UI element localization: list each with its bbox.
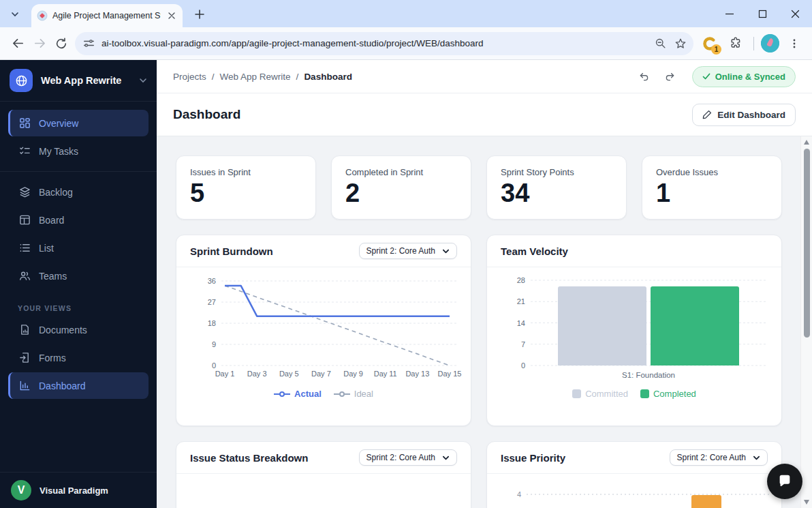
sidebar: Web App Rewrite Overview My Tasks <box>0 60 157 508</box>
sidebar-item-my-tasks[interactable]: My Tasks <box>8 138 149 164</box>
vertical-scrollbar[interactable] <box>800 136 812 508</box>
chevron-down-icon <box>442 454 450 462</box>
status-badge[interactable]: Online & Synced <box>692 66 796 87</box>
y-tick-label: 21 <box>517 297 525 305</box>
reload-icon[interactable] <box>50 33 72 55</box>
undo-icon[interactable] <box>635 67 654 86</box>
legend-label: Completed <box>653 389 696 399</box>
sprint-select[interactable]: Sprint 2: Core Auth <box>670 449 768 466</box>
sidebar-item-dashboard[interactable]: Dashboard <box>8 372 149 399</box>
ideal-line <box>225 286 450 365</box>
sidebar-item-teams[interactable]: Teams <box>8 263 149 289</box>
sprint-select[interactable]: Sprint 2: Core Auth <box>359 449 457 466</box>
dashboard-content: Issues in Sprint 5 Completed in Sprint 2… <box>157 136 812 508</box>
sprint-select[interactable]: Sprint 2: Core Auth <box>359 243 457 259</box>
address-bar[interactable]: ai-toolbox.visual-paradigm.com/app/agile… <box>75 32 693 55</box>
brand-name: Visual Paradigm <box>40 485 108 496</box>
breadcrumb-projects[interactable]: Projects <box>173 72 206 82</box>
kpi-value: 1 <box>656 180 768 206</box>
y-tick-label: 0 <box>521 361 525 370</box>
legend-label: Committed <box>585 389 628 399</box>
sidebar-item-label: Dashboard <box>39 380 86 391</box>
tasks-icon <box>18 145 31 158</box>
y-tick-label: 36 <box>208 277 216 285</box>
legend-swatch <box>572 389 581 398</box>
legend-item[interactable]: Ideal <box>334 389 373 399</box>
pencil-icon <box>702 110 712 119</box>
scrollbar-up-arrow[interactable] <box>804 140 809 145</box>
tab-title: Agile Project Management Stud <box>52 11 161 20</box>
check-icon <box>702 72 710 80</box>
zoom-out-icon[interactable] <box>650 33 670 54</box>
priority-bar <box>691 495 721 508</box>
redo-icon[interactable] <box>661 67 680 86</box>
grid-icon <box>18 117 31 130</box>
forward-icon[interactable] <box>29 33 50 55</box>
sidebar-divider <box>0 171 157 172</box>
y-tick-label: 7 <box>521 340 525 348</box>
edit-dashboard-button[interactable]: Edit Dashboard <box>692 104 796 126</box>
sidebar-item-label: Overview <box>39 118 78 129</box>
card-title: Issue Priority <box>501 452 565 464</box>
main-area: Projects / Web App Rewrite / Dashboard O… <box>157 60 812 508</box>
close-button[interactable] <box>789 8 801 20</box>
sidebar-item-forms[interactable]: Forms <box>8 344 149 371</box>
burndown-legend: ActualIdeal <box>181 389 467 399</box>
chat-fab-button[interactable] <box>767 464 802 499</box>
browser-menu-kebab-icon[interactable] <box>783 33 805 55</box>
x-tick-label: Day 11 <box>374 370 397 378</box>
scrollbar-down-arrow[interactable] <box>804 500 809 505</box>
sidebar-item-label: Board <box>39 215 64 226</box>
breadcrumb-project[interactable]: Web App Rewrite <box>220 72 291 82</box>
scrollbar-thumb[interactable] <box>804 149 810 338</box>
committed-bar <box>558 286 646 365</box>
kpi-label: Issues in Sprint <box>190 167 302 177</box>
visual-paradigm-logo: V <box>11 480 31 500</box>
profile-avatar[interactable] <box>761 34 779 53</box>
x-category-label: S1: Foundation <box>622 371 675 379</box>
breadcrumb-current: Dashboard <box>304 72 352 82</box>
tab-close-icon[interactable] <box>166 10 177 22</box>
sidebar-item-label: List <box>39 243 54 254</box>
minimize-button[interactable] <box>723 8 736 20</box>
y-tick-label: 18 <box>208 319 216 327</box>
new-tab-button[interactable] <box>192 7 207 22</box>
page-title: Dashboard <box>173 107 692 122</box>
legend-label: Ideal <box>354 389 373 399</box>
tab-search-button[interactable] <box>7 6 23 23</box>
breadcrumb-separator: / <box>296 72 299 82</box>
sidebar-item-documents[interactable]: Documents <box>8 316 149 343</box>
sidebar-item-board[interactable]: Board <box>8 207 149 233</box>
extensions-puzzle-icon[interactable] <box>725 33 747 55</box>
sidebar-item-list[interactable]: List <box>8 235 149 261</box>
x-tick-label: Day 3 <box>247 370 267 378</box>
legend-item[interactable]: Actual <box>274 389 322 399</box>
maximize-button[interactable] <box>756 8 768 20</box>
y-tick-label: 28 <box>517 276 525 284</box>
sidebar-item-overview[interactable]: Overview <box>8 110 149 136</box>
back-icon[interactable] <box>7 33 29 55</box>
kpi-card-completed-in-sprint: Completed in Sprint 2 <box>331 155 471 220</box>
velocity-legend: CommittedCompleted <box>491 389 777 399</box>
document-icon <box>18 324 31 336</box>
x-tick-label: Day 13 <box>405 370 429 378</box>
kpi-card-overdue-issues: Overdue Issues 1 <box>642 155 782 220</box>
kpi-card-sprint-story-points: Sprint Story Points 34 <box>486 155 627 220</box>
x-tick-label: Day 1 <box>215 370 235 378</box>
bookmark-star-icon[interactable] <box>670 33 691 54</box>
site-settings-icon[interactable] <box>83 38 95 49</box>
browser-tab[interactable]: Agile Project Management Stud <box>31 4 183 27</box>
sidebar-item-backlog[interactable]: Backlog <box>8 179 149 205</box>
legend-item[interactable]: Completed <box>640 389 696 399</box>
breadcrumb: Projects / Web App Rewrite / Dashboard <box>173 72 635 82</box>
chevron-down-icon <box>139 76 147 85</box>
globe-icon <box>10 69 33 92</box>
sidebar-footer: V Visual Paradigm <box>0 472 157 508</box>
legend-item[interactable]: Committed <box>572 389 628 399</box>
extension-arc-icon[interactable]: 1 <box>699 33 721 55</box>
breadcrumb-separator: / <box>212 72 215 82</box>
url-text[interactable]: ai-toolbox.visual-paradigm.com/app/agile… <box>102 38 650 48</box>
y-tick-label: 4 <box>517 490 521 498</box>
project-switcher[interactable]: Web App Rewrite <box>0 60 157 101</box>
window-controls <box>723 0 812 27</box>
